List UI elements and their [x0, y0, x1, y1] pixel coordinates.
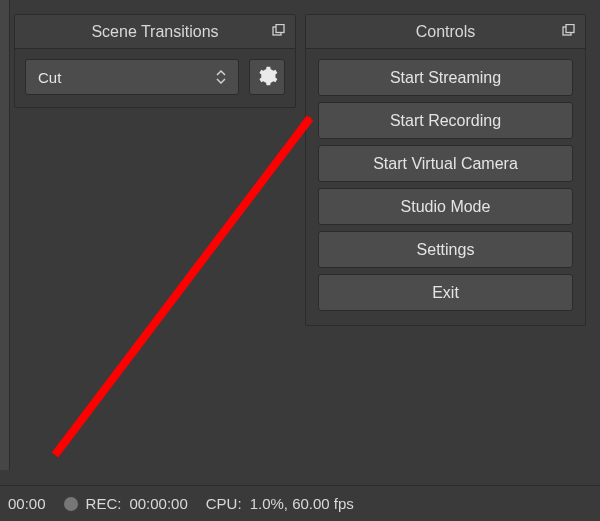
stream-time: 00:00	[8, 495, 46, 512]
controls-panel: Controls Start Streaming Start Recording…	[305, 14, 586, 326]
button-label: Settings	[417, 241, 475, 259]
transition-settings-button[interactable]	[249, 59, 285, 95]
button-label: Studio Mode	[401, 198, 491, 216]
studio-mode-button[interactable]: Studio Mode	[318, 188, 573, 225]
svg-rect-1	[276, 24, 284, 32]
button-label: Start Virtual Camera	[373, 155, 518, 173]
scene-transitions-header: Scene Transitions	[15, 15, 295, 49]
cpu-label: CPU:	[206, 495, 242, 512]
start-streaming-button[interactable]: Start Streaming	[318, 59, 573, 96]
popout-icon	[272, 24, 286, 41]
button-label: Start Streaming	[390, 69, 501, 87]
button-label: Exit	[432, 284, 459, 302]
rec-status: REC: 00:00:00	[64, 495, 188, 512]
panel-popout-button[interactable]	[559, 22, 579, 42]
rec-label: REC:	[86, 495, 122, 512]
gear-icon	[256, 65, 278, 90]
scene-transitions-title: Scene Transitions	[15, 15, 295, 48]
start-recording-button[interactable]: Start Recording	[318, 102, 573, 139]
scene-transitions-panel: Scene Transitions Cut	[14, 14, 296, 108]
up-down-icon	[212, 60, 230, 94]
controls-body: Start Streaming Start Recording Start Vi…	[306, 49, 585, 325]
cpu-status: CPU: 1.0%, 60.00 fps	[206, 495, 354, 512]
panel-popout-button[interactable]	[269, 22, 289, 42]
settings-button[interactable]: Settings	[318, 231, 573, 268]
left-panel-edge	[0, 0, 10, 470]
cpu-value: 1.0%, 60.00 fps	[250, 495, 354, 512]
controls-header: Controls	[306, 15, 585, 49]
controls-title: Controls	[306, 15, 585, 48]
status-bar: 00:00 REC: 00:00:00 CPU: 1.0%, 60.00 fps	[0, 485, 600, 521]
svg-rect-3	[566, 24, 574, 32]
popout-icon	[562, 24, 576, 41]
exit-button[interactable]: Exit	[318, 274, 573, 311]
button-label: Start Recording	[390, 112, 501, 130]
transition-select-value: Cut	[38, 69, 61, 86]
rec-time-value: 00:00:00	[129, 495, 187, 512]
scene-transitions-body: Cut	[15, 49, 295, 107]
record-indicator-icon	[64, 497, 78, 511]
start-virtual-camera-button[interactable]: Start Virtual Camera	[318, 145, 573, 182]
svg-line-4	[55, 118, 310, 455]
transition-select[interactable]: Cut	[25, 59, 239, 95]
stream-time-value: 00:00	[8, 495, 46, 512]
